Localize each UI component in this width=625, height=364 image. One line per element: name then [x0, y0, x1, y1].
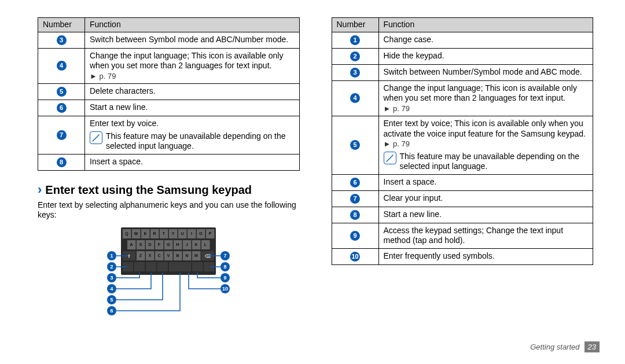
col-function-header: Function	[378, 18, 593, 32]
svg-text:N: N	[186, 253, 189, 258]
function-text: Insert a space.	[378, 174, 593, 190]
page-footer: Getting started 23	[530, 341, 600, 352]
svg-text:5: 5	[111, 297, 113, 303]
table-row: 6 Start a new line.	[38, 100, 300, 116]
svg-text:I: I	[191, 231, 192, 236]
callout-number-icon: 5	[57, 87, 67, 97]
function-text: Enter frequently used symbols.	[378, 248, 593, 264]
svg-text:U: U	[181, 231, 184, 236]
svg-rect-62	[192, 262, 203, 271]
svg-rect-59	[146, 262, 156, 271]
col-function-header: Function	[85, 18, 300, 32]
footer-page-number: 23	[584, 341, 600, 352]
callout-number-icon: 5	[350, 140, 360, 150]
chevron-right-icon: ›	[38, 183, 42, 196]
svg-text:8: 8	[224, 264, 227, 270]
svg-text:D: D	[149, 242, 152, 247]
svg-text:4: 4	[111, 286, 113, 292]
svg-text:G: G	[167, 242, 171, 247]
table-row: 10 Enter frequently used symbols.	[332, 248, 593, 264]
page-reference: ► p. 79	[90, 72, 116, 80]
callout-number-icon: 3	[350, 68, 360, 78]
table-row: 8 Insert a space.	[38, 154, 300, 170]
callout-number-icon: 6	[57, 103, 67, 113]
svg-text:6: 6	[111, 308, 113, 314]
callout-number-icon: 4	[350, 93, 360, 103]
table-row: 8 Start a new line.	[332, 207, 593, 223]
svg-text:B: B	[177, 253, 179, 258]
table-row: 9 Access the keypad settings; Change the…	[332, 223, 593, 248]
svg-rect-58	[134, 262, 145, 271]
svg-text:K: K	[195, 242, 198, 247]
svg-text:L: L	[204, 242, 207, 247]
callout-number-icon: 9	[350, 231, 360, 241]
function-text: Insert a space.	[85, 154, 300, 170]
callout-number-icon: 7	[57, 130, 67, 140]
svg-text:Z: Z	[139, 253, 142, 258]
callout-number-icon: 2	[350, 52, 360, 61]
svg-text:Y: Y	[172, 231, 175, 236]
svg-text:1: 1	[111, 253, 113, 259]
svg-rect-61	[169, 262, 191, 271]
svg-rect-60	[157, 262, 168, 271]
table-row: 4 Change the input language; This icon i…	[38, 48, 300, 84]
callout-number-icon: 8	[57, 157, 67, 167]
section-body: Enter text by selecting alphanumeric key…	[38, 200, 300, 220]
function-text: Change the input language; This icon is …	[378, 80, 593, 116]
svg-text:J: J	[186, 242, 188, 247]
callout-number-icon: 6	[350, 178, 360, 187]
callout-number-icon: 7	[350, 194, 360, 204]
svg-text:C: C	[158, 253, 161, 258]
table-row: 5 Enter text by voice; This icon is avai…	[332, 116, 593, 175]
function-text: Clear your input.	[378, 190, 593, 207]
callout-number-icon: 10	[350, 252, 360, 262]
table-row: 2 Hide the keypad.	[332, 48, 593, 64]
svg-text:3: 3	[111, 275, 113, 281]
note-text: This feature may be unavailable dependin…	[106, 131, 295, 152]
col-number-header: Number	[38, 18, 85, 32]
function-text: Switch between Number/Symbol mode and AB…	[378, 64, 593, 80]
svg-text:F: F	[158, 242, 161, 247]
svg-text:V: V	[167, 253, 170, 258]
svg-text:10: 10	[222, 286, 228, 292]
svg-text:W: W	[134, 231, 138, 236]
note-icon	[384, 152, 396, 164]
footer-section: Getting started	[530, 343, 579, 351]
section-heading: › Enter text using the Samsung keypad	[38, 183, 300, 197]
svg-text:S: S	[139, 242, 142, 247]
table-row: 5 Delete characters.	[38, 84, 300, 100]
callout-number-icon: 3	[57, 35, 67, 45]
table-row: 3 Switch between Number/Symbol mode and …	[332, 64, 593, 80]
key-row2: A S D F G H J K L	[127, 240, 210, 249]
svg-text:2: 2	[111, 264, 113, 270]
page-reference: ► p. 79	[384, 104, 410, 113]
svg-text:R: R	[153, 231, 156, 236]
svg-text:M: M	[194, 253, 198, 258]
col-number-header: Number	[332, 18, 378, 32]
svg-text:T: T	[163, 231, 166, 236]
svg-text:H: H	[177, 242, 179, 247]
table-row: 4 Change the input language; This icon i…	[332, 80, 593, 116]
function-text: Change the input language; This icon is …	[85, 48, 300, 84]
function-text: Enter text by voice. This feature may be…	[85, 116, 300, 155]
svg-text:7: 7	[224, 253, 227, 259]
function-text: Enter text by voice; This icon is availa…	[378, 116, 593, 175]
table-row: 7 Enter text by voice. This feature may …	[38, 116, 300, 155]
samsung-keypad-figure: Q W E R T Y U I O P	[38, 227, 300, 331]
svg-text:P: P	[209, 231, 212, 236]
table-row: 7 Clear your input.	[332, 190, 593, 207]
table-row: 3 Switch between Symbol mode and ABC/Num…	[38, 32, 300, 48]
table-row: 1 Change case.	[332, 32, 593, 48]
callout-number-icon: 4	[57, 61, 67, 71]
callout-number-icon: 8	[350, 210, 360, 220]
function-text: Start a new line.	[85, 100, 300, 116]
svg-text:E: E	[144, 231, 147, 236]
table-row: 6 Insert a space.	[332, 174, 593, 190]
svg-text:X: X	[149, 253, 152, 258]
function-text: Hide the keypad.	[378, 48, 593, 64]
function-table-left: Number Function 3 Switch between Symbol …	[38, 17, 300, 171]
function-text: Change case.	[378, 32, 593, 48]
function-table-right: Number Function 1 Change case. 2 Hide th…	[332, 17, 594, 265]
svg-text:A: A	[130, 242, 133, 247]
heading-text: Enter text using the Samsung keypad	[45, 183, 252, 197]
